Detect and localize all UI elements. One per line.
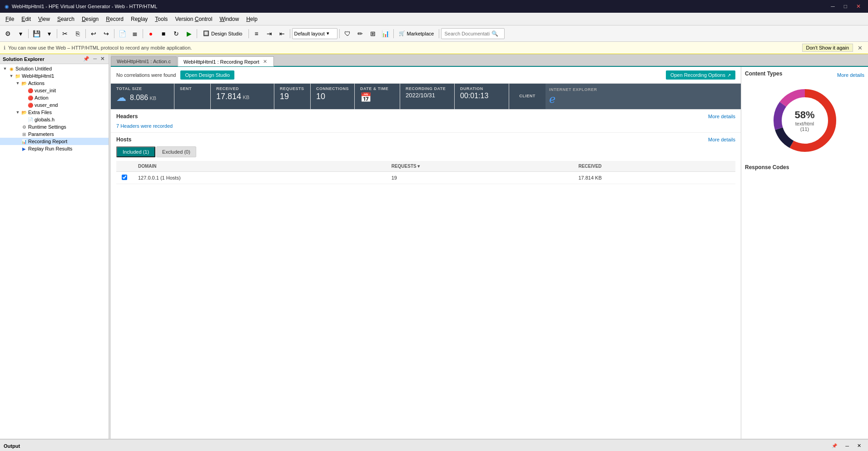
tb-redo-button[interactable]: ↪	[100, 28, 112, 40]
output-close-button[interactable]: ✕	[854, 441, 864, 450]
tb-sep2	[57, 29, 57, 38]
excluded-tab[interactable]: Excluded (0)	[156, 146, 196, 157]
headers-recorded-link[interactable]: 7 Headers were recorded	[116, 123, 173, 129]
menu-edit[interactable]: Edit	[18, 14, 35, 24]
solution-toggle[interactable]: ▼	[2, 66, 8, 71]
tb-cut-button[interactable]: ✂	[59, 28, 71, 40]
tb-run-button[interactable]: ▶	[183, 28, 195, 40]
tb-copy-button[interactable]: ⎘	[72, 28, 84, 40]
design-studio-button[interactable]: 🔲 Design Studio	[199, 28, 247, 40]
search-input[interactable]	[444, 31, 490, 36]
received-value: 17.814	[216, 92, 241, 101]
tb-shield-button[interactable]: 🛡	[342, 28, 353, 40]
tree-item-params[interactable]: ▶ ⊞ Parameters	[0, 130, 109, 138]
tree-item-vuser-init[interactable]: ▶ 🔴 vuser_init	[0, 87, 109, 94]
menu-file[interactable]: File	[2, 14, 18, 24]
menu-design[interactable]: Design	[78, 14, 102, 24]
menu-window[interactable]: Window	[216, 14, 243, 24]
tree-item-globals[interactable]: ▶ 📄 globals.h	[0, 116, 109, 123]
tb-dropdown2[interactable]: ▾	[43, 28, 55, 40]
headers-more-details[interactable]: More details	[708, 114, 735, 119]
hosts-more-details[interactable]: More details	[708, 137, 735, 142]
tb-align-button[interactable]: ≡	[251, 28, 263, 40]
tree-item-action[interactable]: ▶ 🔴 Action	[0, 94, 109, 101]
maximize-button[interactable]: □	[841, 2, 850, 10]
project-toggle[interactable]: ▼	[8, 74, 15, 78]
tb-sep3	[85, 29, 86, 38]
tree-item-project[interactable]: ▼ 📁 WebHttpHtml1	[0, 72, 109, 80]
tree-item-replay-results[interactable]: ▶ ▶ Replay Run Results	[0, 145, 109, 152]
output-minimize-button[interactable]: ─	[842, 442, 852, 450]
tb-save-button[interactable]: 💾	[30, 28, 42, 40]
tb-undo-button[interactable]: ↩	[88, 28, 99, 40]
search-box[interactable]: 🔍	[441, 28, 505, 39]
tb-refresh-button[interactable]: ↻	[170, 28, 182, 40]
output-panel: Output 📌 ─ ✕ Code generation ▾ ✕ ⎘ ⊕ Loc…	[0, 439, 868, 451]
stat-recording-date: RECORDING DATE 2022/10/31	[400, 84, 455, 109]
tb-sep7	[248, 29, 249, 38]
duration-value: 00:01:13	[460, 92, 503, 100]
se-minimize-button[interactable]: ─	[92, 56, 98, 62]
tb-stop-button[interactable]: ■	[158, 28, 169, 40]
tree-item-actions[interactable]: ▼ 📂 Actions	[0, 80, 109, 87]
layout-dropdown[interactable]: Default layout ▾	[292, 28, 337, 39]
tree-item-vuser-end[interactable]: ▶ 🔴 vuser_end	[0, 101, 109, 109]
open-recording-options-button[interactable]: Open Recording Options ↗	[666, 70, 735, 80]
tb-grid-button[interactable]: ⊞	[367, 28, 379, 40]
tb-sep9	[339, 29, 340, 38]
tree-item-extra-files[interactable]: ▼ 📂 Extra Files	[0, 109, 109, 116]
tree-item-recording-report[interactable]: ▶ 📊 Recording Report	[0, 138, 109, 145]
menu-search[interactable]: Search	[54, 14, 78, 24]
tb-script-button[interactable]: 📄	[116, 28, 128, 40]
tb-param-button[interactable]: ≣	[129, 28, 141, 40]
menu-help[interactable]: Help	[243, 14, 261, 24]
tab-action[interactable]: WebHttpHtml1 : Action.c	[111, 56, 177, 66]
layout-dropdown-arrow: ▾	[327, 30, 329, 36]
solution-tree: ▼ ◉ Solution Untitled ▼ 📁 WebHttpHtml1 ▼…	[0, 64, 109, 439]
menu-record[interactable]: Record	[102, 14, 127, 24]
menu-version-control[interactable]: Version Control	[171, 14, 216, 24]
extra-files-icon: 📂	[21, 109, 27, 115]
actions-toggle[interactable]: ▼	[15, 81, 21, 85]
included-tab[interactable]: Included (1)	[116, 146, 155, 157]
se-close-button[interactable]: ✕	[99, 56, 106, 62]
tb-step2-button[interactable]: ⇤	[276, 28, 288, 40]
tb-step-button[interactable]: ⇥	[263, 28, 275, 40]
open-design-studio-button[interactable]: Open Design Studio	[180, 70, 234, 80]
replay-results-icon: ▶	[21, 145, 27, 152]
globals-icon: 📄	[27, 116, 34, 123]
dont-show-button[interactable]: Don't Show it again	[802, 44, 853, 52]
output-pin-button[interactable]: 📌	[828, 442, 840, 450]
menu-view[interactable]: View	[35, 14, 54, 24]
tree-item-runtime[interactable]: ▶ ⚙ Runtime Settings	[0, 123, 109, 130]
tb-record-button[interactable]: ●	[145, 28, 157, 40]
minimize-button[interactable]: ─	[828, 2, 838, 10]
donut-chart: 58% text/html (11)	[745, 84, 864, 157]
right-panel: Content Types More details	[741, 67, 868, 439]
tab-close-icon[interactable]: ✕	[262, 59, 268, 65]
duration-label: DURATION	[460, 86, 503, 91]
main-layout: Solution Explorer 📌 ─ ✕ ▼ ◉ Solution Unt…	[0, 54, 868, 439]
close-button[interactable]: ✕	[853, 2, 863, 10]
recording-date-value: 2022/10/31	[406, 92, 449, 99]
connections-value: 10	[316, 92, 349, 101]
extra-files-toggle[interactable]: ▼	[15, 110, 21, 115]
tab-recording-report[interactable]: WebHttpHtml1 : Recording Report ✕	[178, 56, 274, 66]
se-pin-button[interactable]: 📌	[82, 56, 91, 62]
stat-received: RECEIVED 17.814 KB	[211, 84, 274, 109]
tb-dropdown1[interactable]: ▾	[15, 28, 26, 40]
menu-replay[interactable]: Replay	[127, 14, 151, 24]
marketplace-button[interactable]: 🛒 Marketplace	[396, 28, 437, 40]
row-checkbox[interactable]	[122, 175, 127, 180]
tb-home-button[interactable]: ⚙	[2, 28, 14, 40]
tree-item-solution[interactable]: ▼ ◉ Solution Untitled	[0, 65, 109, 72]
content-types-more-details[interactable]: More details	[837, 72, 864, 78]
tb-report-button[interactable]: 📊	[380, 28, 392, 40]
globals-label: globals.h	[35, 117, 55, 122]
menu-tools[interactable]: Tools	[151, 14, 171, 24]
info-close-button[interactable]: ✕	[856, 45, 864, 51]
stat-datetime: DATE & TIME 📅	[355, 84, 400, 109]
tb-pencil-button[interactable]: ✏	[354, 28, 366, 40]
info-message: You can now use the Web – HTTP/HTML prot…	[8, 45, 192, 50]
report-content: No correlations were found Open Design S…	[111, 67, 741, 439]
